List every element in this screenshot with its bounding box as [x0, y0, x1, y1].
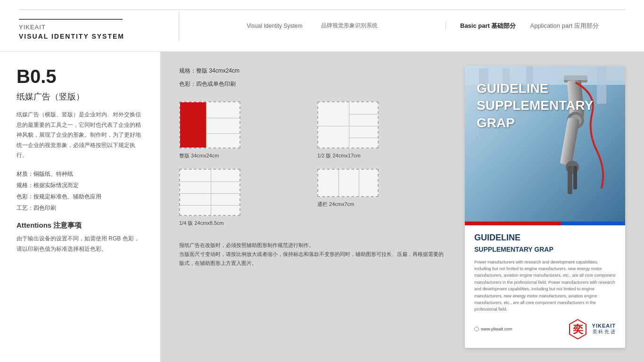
ad-label-full: 整版 34cmx24cm — [179, 152, 219, 159]
yikeait-logo: 奕 — [567, 319, 588, 340]
spec-size: 规格：根据实际情况而定 — [17, 180, 144, 191]
attentions-title: Attentions 注意事项 — [17, 221, 144, 230]
ad-red-block — [180, 102, 206, 148]
note-text: 报纸广告在改版时，必须按照辅助图形制作规范进行制作。 当版面尺寸变动时，请按比例… — [179, 241, 446, 267]
preview-headline1: GUIDELINE — [474, 232, 616, 243]
ad-diagram-half: 1/2 版 24cmx17cm — [317, 101, 446, 159]
preview-card-desc: Power manufacturers with research and de… — [474, 259, 616, 313]
ad-box-quarter — [179, 169, 240, 216]
vis-system-label: Visual Identity System — [247, 23, 303, 29]
preview-card-body: GUIDELINE SUPPLEMENTARY GRAP Power manuf… — [465, 225, 625, 347]
ad-box-full — [179, 101, 240, 148]
ad-label-column: 通栏 24cmx7cm — [317, 201, 354, 208]
ad-label-half: 1/2 版 24cmx17cm — [317, 152, 361, 159]
ad-box-column — [317, 169, 379, 197]
preview-card-image: GUIDELINE SUPPLEMENTARY GRAP — [465, 66, 625, 222]
spec-craft: 工艺：四色印刷 — [17, 202, 144, 214]
ad-diagram-quarter: 1/4 版 24cmx8.5cm — [179, 169, 308, 227]
main-content: B0.5 纸媒广告（竖版） 纸媒广告（横版、竖版）是企业对内、对外交换信息的最重… — [0, 52, 644, 362]
basic-part-label: Basic part 基础部分 — [460, 22, 516, 30]
brand-subtitle: VISUAL IDENTITY SYSTEM — [19, 33, 165, 40]
section-desc: 纸媒广告（横版、竖版）是企业对内、对外交换信息的最重要的工具之一，它同时也代表了… — [17, 110, 144, 161]
note-line1: 报纸广告在改版时，必须按照辅助图形制作规范进行制作。 — [179, 242, 314, 248]
preview-title-line3: GRAP — [477, 115, 593, 132]
spec-material: 材质：铜版纸、特种纸 — [17, 168, 144, 180]
section-code: B0.5 — [17, 66, 144, 87]
section-title: 纸媒广告（竖版） — [17, 91, 144, 102]
preview-card-footer: www.yikeait.com 奕 — [474, 319, 616, 340]
svg-text:奕: 奕 — [572, 323, 583, 335]
logo-cn: 奕 科 先 进 — [592, 329, 616, 335]
ad-diagram-full: 整版 34cmx24cm — [179, 101, 308, 159]
ad-label-quarter: 1/4 版 24cmx8.5cm — [179, 220, 224, 227]
website-text: www.yikeait.com — [481, 327, 512, 331]
globe-icon — [474, 327, 479, 331]
svg-rect-14 — [597, 66, 606, 104]
preview-title-line1: GUIDELINE — [477, 80, 593, 97]
header-center: Visual Identity System 品牌视觉形象识别系统 — [179, 22, 446, 30]
brand-name: YIKEAIT — [19, 24, 165, 31]
svg-rect-11 — [568, 166, 572, 194]
preview-headline2: SUPPLEMENTARY GRAP — [474, 245, 616, 254]
header-right: Basic part 基础部分 Application part 应用部分 — [446, 22, 625, 30]
app-part-label: Application part 应用部分 — [530, 22, 598, 30]
right-panel: 规格：整版 34cmx24cm 色彩：四色或单色印刷 整版 34cmx24cm — [160, 52, 644, 362]
preview-logo-area: 奕 YIKEAIT 奕 科 先 进 — [567, 319, 616, 340]
note-line2: 当版面尺寸变动时，请按比例放大或者缩小，保持标志和落款不变形的同时，辅助图形可拉… — [179, 251, 444, 266]
preview-color-bar — [465, 222, 625, 225]
logo-en: YIKEAIT — [592, 323, 616, 329]
svg-rect-12 — [573, 166, 577, 189]
logo-text: YIKEAIT 奕 科 先 进 — [592, 323, 616, 335]
svg-rect-13 — [559, 66, 625, 80]
ad-diagram-column: 通栏 24cmx7cm — [317, 169, 446, 227]
center-spec2: 色彩：四色或单色印刷 — [179, 79, 446, 90]
header: YIKEAIT VISUAL IDENTITY SYSTEM Visual Id… — [0, 0, 644, 52]
preview-image-text: GUIDELINE SUPPLEMENTARY GRAP — [477, 80, 593, 132]
ad-diagrams: 整版 34cmx24cm 1/2 版 24cmx17cm — [179, 101, 446, 227]
brand-vis-label: 品牌视觉形象识别系统 — [321, 22, 378, 30]
spec-color: 色彩：按规定标准色、辅助色应用 — [17, 191, 144, 202]
center-content: 规格：整版 34cmx24cm 色彩：四色或单色印刷 整版 34cmx24cm — [179, 66, 446, 348]
preview-title-line2: SUPPLEMENTARY — [477, 97, 593, 114]
attentions-desc: 由于输出设备的设置不同，如需使用 RGB 色彩，请以印刷色值为标准选择相近色彩。 — [17, 234, 144, 254]
left-panel: B0.5 纸媒广告（竖版） 纸媒广告（横版、竖版）是企业对内、对外交换信息的最重… — [0, 52, 160, 362]
ad-box-half — [317, 101, 379, 148]
preview-card: GUIDELINE SUPPLEMENTARY GRAP GUIDELINE S… — [465, 66, 625, 348]
center-spec1: 规格：整版 34cmx24cm — [179, 66, 446, 76]
preview-website: www.yikeait.com — [474, 327, 512, 331]
header-left: YIKEAIT VISUAL IDENTITY SYSTEM — [19, 12, 179, 40]
